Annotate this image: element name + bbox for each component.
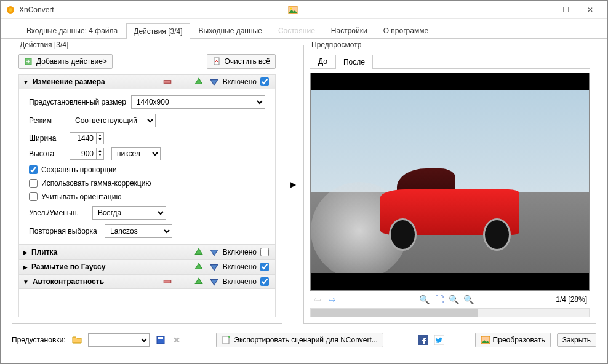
- zoom-out-icon[interactable]: 🔍: [464, 295, 474, 304]
- svg-point-1: [9, 8, 12, 12]
- window-title: XnConvert: [19, 6, 529, 14]
- move-up-icon[interactable]: [194, 77, 204, 87]
- tab-before[interactable]: До: [310, 54, 335, 68]
- tab-input[interactable]: Входные данные: 4 файла: [19, 23, 125, 38]
- resample-label: Повторная выборка: [29, 227, 100, 235]
- facebook-icon[interactable]: [418, 335, 428, 345]
- svg-rect-10: [223, 336, 229, 344]
- remove-action-icon[interactable]: [162, 77, 172, 87]
- tab-after[interactable]: После: [335, 55, 373, 69]
- height-input[interactable]: [70, 148, 97, 160]
- action-resize-body: Предустановленный размер 1440x900 Режим …: [19, 89, 275, 245]
- tab-about[interactable]: О программе: [376, 23, 436, 38]
- export-icon: [222, 335, 231, 345]
- gamma-checkbox[interactable]: [29, 179, 38, 188]
- tab-settings[interactable]: Настройки: [324, 23, 375, 38]
- minimize-button[interactable]: ─: [529, 1, 553, 18]
- delete-preset-icon[interactable]: ✖: [172, 335, 182, 345]
- mode-select[interactable]: Соответствующий: [70, 114, 156, 127]
- svg-rect-4: [164, 81, 170, 84]
- tab-actions[interactable]: Действия [3/4]: [126, 23, 190, 39]
- orientation-row[interactable]: Учитывать ориентацию: [29, 192, 265, 201]
- height-label: Высота: [29, 149, 65, 158]
- preview-panel: Предпросмотр До После ⇦ ⇨: [303, 45, 596, 324]
- move-down-icon[interactable]: [209, 262, 219, 272]
- autocontrast-enabled-checkbox[interactable]: [260, 277, 269, 286]
- preview-thumb-icon[interactable]: [288, 5, 298, 15]
- folder-icon[interactable]: [72, 335, 82, 345]
- width-spinner[interactable]: ▲▼: [70, 132, 104, 144]
- tab-status: Состояние: [271, 23, 322, 38]
- zoom-actual-icon[interactable]: 🔍: [449, 295, 459, 304]
- add-action-button[interactable]: Добавить действие>: [18, 54, 113, 69]
- zoom-in-icon[interactable]: 🔍: [420, 295, 430, 304]
- clear-all-button[interactable]: Очистить всё: [207, 54, 276, 69]
- preview-image: [310, 73, 590, 291]
- preset-select[interactable]: 1440x900: [131, 95, 265, 109]
- collapse-icon: ▼: [23, 79, 29, 85]
- action-tile-header[interactable]: ▶ Плитка Включено: [19, 245, 275, 259]
- preset-label: Предустановленный размер: [29, 98, 126, 106]
- zoom-fit-icon[interactable]: ⛶: [434, 295, 444, 304]
- save-preset-icon[interactable]: [156, 335, 166, 345]
- preview-panel-title: Предпросмотр: [309, 41, 364, 49]
- move-up-icon[interactable]: [194, 262, 204, 272]
- svg-point-7: [290, 8, 292, 10]
- mode-label: Режим: [29, 116, 65, 125]
- actions-list: ▼ Изменение размера Включено Предустанов…: [18, 74, 276, 317]
- expand-arrow-icon[interactable]: ▶: [290, 180, 296, 189]
- move-down-icon[interactable]: [209, 247, 219, 257]
- collapse-icon: ▼: [23, 279, 29, 285]
- gauss-enabled-checkbox[interactable]: [260, 263, 269, 271]
- svg-rect-9: [158, 337, 163, 339]
- action-gauss-header[interactable]: ▶ Размытие по Гауссу Включено: [19, 259, 275, 274]
- scale-label: Увел./Уменьш.: [29, 208, 87, 217]
- preview-counter: 1/4 [28%]: [556, 295, 587, 304]
- preview-tabs: До После: [310, 54, 590, 69]
- orientation-checkbox[interactable]: [29, 192, 38, 201]
- unit-select[interactable]: пиксел: [111, 147, 161, 160]
- presets-label: Предустановки:: [12, 336, 66, 344]
- tab-output[interactable]: Выходные данные: [191, 23, 270, 38]
- close-app-button[interactable]: Закрыть: [557, 333, 596, 347]
- add-icon: [24, 57, 34, 66]
- move-up-icon[interactable]: [194, 247, 204, 257]
- resample-select[interactable]: Lanczos: [105, 224, 172, 238]
- prev-image-icon[interactable]: ⇦: [313, 295, 322, 304]
- twitter-icon[interactable]: [434, 335, 444, 345]
- keep-aspect-row[interactable]: Сохранять пропорции: [29, 165, 265, 174]
- resize-enabled-checkbox[interactable]: [260, 77, 269, 86]
- move-up-icon[interactable]: [194, 277, 204, 287]
- expand-icon: ▶: [23, 249, 28, 256]
- clear-icon: [212, 57, 222, 66]
- svg-rect-5: [164, 280, 170, 283]
- presets-select[interactable]: [88, 333, 150, 347]
- preview-toolbar: ⇦ ⇨ 🔍 ⛶ 🔍 🔍 1/4 [28%]: [310, 291, 590, 308]
- preview-divider: ▶: [287, 45, 298, 324]
- move-down-icon[interactable]: [209, 77, 219, 87]
- height-spinner[interactable]: ▲▼: [70, 148, 104, 160]
- convert-icon: [481, 335, 490, 345]
- scale-select[interactable]: Всегда: [92, 206, 166, 220]
- keep-aspect-checkbox[interactable]: [29, 165, 38, 174]
- action-resize-header[interactable]: ▼ Изменение размера Включено: [19, 74, 275, 89]
- gamma-row[interactable]: Использовать гамма-коррекцию: [29, 179, 265, 188]
- close-button[interactable]: ✕: [578, 1, 602, 18]
- remove-action-icon[interactable]: [162, 277, 172, 287]
- main-tabs: Входные данные: 4 файла Действия [3/4] В…: [1, 19, 607, 39]
- tile-enabled-checkbox[interactable]: [260, 248, 269, 256]
- move-down-icon[interactable]: [209, 277, 219, 287]
- maximize-button[interactable]: ☐: [553, 1, 578, 18]
- footer: Предустановки: ✖ Экспортировать сценарий…: [1, 326, 607, 354]
- width-input[interactable]: [70, 132, 97, 144]
- export-button[interactable]: Экспортировать сценарий для NConvert...: [216, 333, 383, 347]
- actions-panel: Действия [3/4] Добавить действие> Очисти…: [12, 45, 282, 324]
- titlebar: XnConvert ─ ☐ ✕: [1, 1, 607, 19]
- expand-icon: ▶: [23, 264, 28, 271]
- action-autocontrast-header[interactable]: ▼ Автоконтрастность Включено: [19, 274, 275, 289]
- convert-button[interactable]: Преобразовать: [475, 333, 551, 347]
- app-icon: [6, 5, 15, 15]
- width-label: Ширина: [29, 134, 65, 143]
- next-image-icon[interactable]: ⇨: [327, 295, 337, 304]
- preview-scrollbar[interactable]: [310, 308, 590, 317]
